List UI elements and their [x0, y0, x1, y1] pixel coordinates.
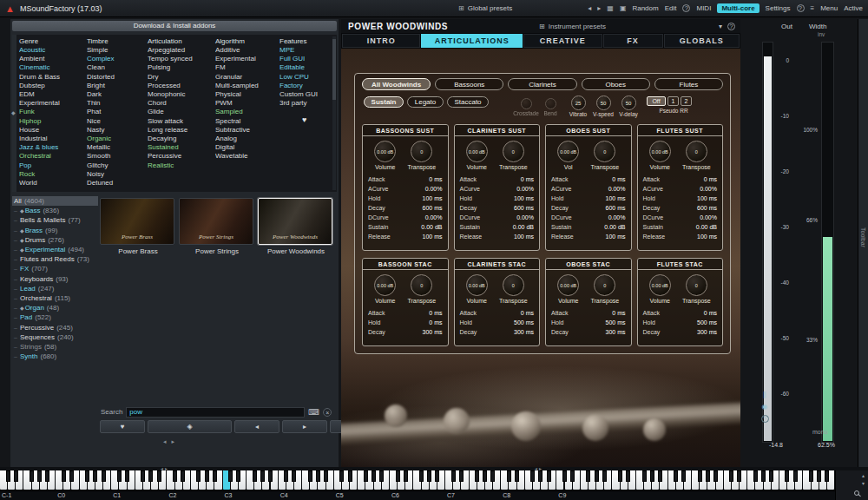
favorites-heart-icon[interactable]: ♥ [302, 115, 345, 124]
black-key[interactable] [737, 470, 741, 482]
save-icon[interactable]: ▦ [607, 4, 614, 12]
scroll-down-icon[interactable]: ▾ [862, 480, 865, 486]
toolbar-strip[interactable]: Toolbar [858, 19, 868, 467]
knob[interactable]: 0.00 dB [557, 141, 579, 162]
black-key[interactable] [6, 470, 10, 482]
param-value[interactable]: 0 ms [429, 174, 442, 184]
tree-item[interactable]: –Synth(680) [12, 352, 98, 361]
active-button[interactable]: Active [844, 4, 863, 12]
group-button[interactable]: All Woodwinds [362, 78, 431, 90]
tree-item[interactable]: –◆Bass(836) [12, 206, 98, 215]
param-value[interactable]: 0.00% [608, 184, 626, 194]
keyboard-icon[interactable]: ⌨ [308, 408, 319, 417]
width-meter[interactable] [821, 42, 834, 443]
dropdown-icon[interactable]: ▾ [719, 23, 722, 30]
filter-item[interactable]: Subtractive [215, 126, 281, 135]
filter-item[interactable]: Industrial [19, 135, 85, 143]
global-presets-button[interactable]: ⊞ Global presets [458, 4, 512, 12]
filter-item[interactable]: Drum & Bass [19, 73, 85, 82]
filter-item[interactable]: Smooth [87, 152, 153, 161]
tree-item[interactable]: –Strings(58) [12, 342, 98, 352]
black-key[interactable] [570, 470, 575, 482]
black-key[interactable] [268, 470, 273, 482]
param-value[interactable]: 0 ms [521, 174, 534, 184]
param-value[interactable]: 100 ms [606, 194, 626, 203]
edit-button[interactable]: Edit [665, 4, 677, 12]
filter-item[interactable]: Nice [87, 117, 153, 126]
group-button[interactable]: Clarinets [508, 78, 576, 90]
param-value[interactable]: 0.00% [425, 213, 443, 222]
tree-item[interactable]: –Flutes and Reeds(73) [12, 254, 98, 264]
filter-item[interactable]: Ambient [19, 55, 85, 63]
knob[interactable] [545, 98, 556, 109]
black-key[interactable] [681, 470, 686, 482]
param-value[interactable]: 0 ms [429, 318, 442, 327]
filter-item[interactable]: Acoustic [19, 46, 85, 55]
tree-item[interactable]: All(4604) [12, 196, 98, 206]
black-key[interactable] [769, 470, 773, 482]
param-value[interactable]: 0 ms [521, 308, 534, 318]
tree-item[interactable]: –Sequences(240) [12, 332, 98, 342]
black-key[interactable] [284, 470, 288, 482]
black-key[interactable] [404, 470, 408, 482]
pause-icon[interactable]: ∥ [763, 391, 766, 398]
black-key[interactable] [173, 470, 177, 482]
black-key[interactable] [586, 470, 590, 482]
clear-search-icon[interactable]: × [323, 408, 332, 417]
filter-item[interactable]: Cinematic [19, 63, 85, 72]
knob[interactable]: 0 [411, 274, 432, 296]
knob[interactable]: 0 [686, 141, 707, 162]
param-value[interactable]: 600 ms [606, 203, 626, 213]
black-key[interactable] [125, 470, 129, 482]
param-value[interactable]: 600 ms [514, 203, 534, 213]
black-key[interactable] [547, 470, 551, 482]
filter-item[interactable]: FM [215, 63, 281, 72]
tree-item[interactable]: –Pad(522) [12, 312, 98, 322]
knob[interactable]: 0 [503, 274, 524, 296]
param-value[interactable]: 100 ms [697, 194, 717, 203]
help-icon[interactable]: ? [761, 415, 769, 423]
tree-item[interactable]: –Lead(247) [12, 284, 98, 293]
black-key[interactable] [490, 470, 495, 482]
black-key[interactable] [85, 470, 89, 482]
filter-item[interactable]: Processed [148, 82, 214, 90]
power-icon[interactable]: ◉ [762, 403, 768, 411]
param-value[interactable]: 100 ms [514, 232, 534, 241]
black-key[interactable] [562, 470, 567, 482]
filter-item[interactable]: Orchestral [19, 152, 85, 161]
settings-button[interactable]: Settings [766, 4, 791, 12]
param-value[interactable]: 100 ms [423, 232, 443, 241]
param-value[interactable]: 0.00% [516, 184, 534, 194]
param-value[interactable]: 0 ms [704, 174, 717, 184]
folder-icon[interactable]: ▣ [620, 4, 627, 12]
black-key[interactable] [30, 470, 34, 482]
black-key[interactable] [515, 470, 519, 482]
param-value[interactable]: 0.00% [700, 213, 717, 222]
black-key[interactable] [102, 470, 106, 482]
param-value[interactable]: 500 ms [697, 318, 717, 327]
param-value[interactable]: 300 ms [697, 327, 717, 337]
zoom-icon[interactable] [854, 490, 859, 496]
param-value[interactable]: 0.00 dB [421, 222, 442, 232]
knob[interactable]: 0.00 dB [466, 141, 488, 162]
black-key[interactable] [157, 470, 161, 482]
knob[interactable]: 0.00 dB [557, 274, 579, 296]
filter-item[interactable]: Experimental [19, 99, 85, 108]
param-value[interactable]: 0.00 dB [696, 222, 717, 232]
black-key[interactable] [650, 470, 654, 482]
previous-preset-button[interactable]: ◂ [234, 420, 279, 433]
tree-item[interactable]: –Percussive(245) [12, 322, 98, 332]
filter-item[interactable]: Phat [87, 108, 153, 116]
black-key[interactable] [459, 470, 464, 482]
black-key[interactable] [538, 470, 542, 482]
filter-item[interactable]: Detuned [87, 179, 153, 188]
param-value[interactable]: 0.00% [516, 213, 534, 222]
next-preset-icon[interactable]: ▸ [597, 4, 601, 12]
group-button[interactable]: Flutes [654, 78, 723, 90]
filter-item[interactable]: Granular [215, 73, 281, 82]
black-key[interactable] [37, 470, 42, 482]
param-value[interactable]: 0 ms [429, 308, 442, 318]
random-button[interactable]: Random [632, 4, 658, 12]
melda-logo-icon[interactable]: ▲ [5, 0, 15, 17]
filter-item[interactable]: Clean [87, 63, 153, 72]
